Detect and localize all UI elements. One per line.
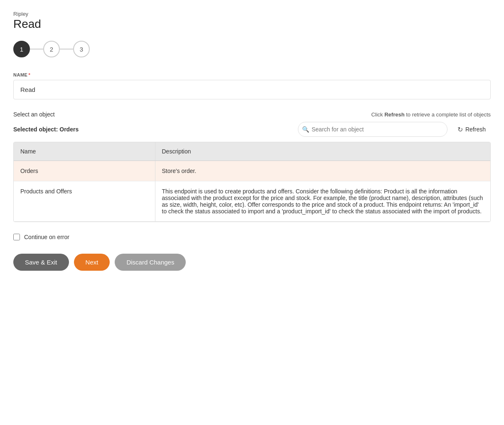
select-object-label: Select an object — [13, 111, 55, 118]
step-connector-2 — [60, 49, 73, 49]
search-input-wrapper: 🔍 — [298, 122, 447, 137]
selected-object-text: Selected object: Orders — [13, 126, 79, 133]
name-field-label: NAME* — [13, 72, 491, 77]
continue-on-error-label: Continue on error — [24, 234, 69, 240]
row-name-1: Products and Offers — [14, 181, 155, 222]
search-refresh-row: Selected object: Orders 🔍 ↻ Refresh — [13, 122, 491, 137]
table-header-row: Name Description — [14, 142, 490, 161]
column-header-description: Description — [155, 142, 490, 161]
step-2[interactable]: 2 — [43, 41, 60, 57]
refresh-hint: Click Refresh to retrieve a complete lis… — [371, 111, 491, 118]
button-row: Save & Exit Next Discard Changes — [13, 254, 491, 271]
table-container: Name Description Orders Store's order. P… — [13, 142, 491, 222]
search-input[interactable] — [298, 122, 447, 137]
save-exit-button[interactable]: Save & Exit — [13, 254, 69, 271]
page-title: Read — [13, 17, 491, 31]
table-row[interactable]: Orders Store's order. — [14, 161, 490, 181]
row-description-1: This endpoint is used to create products… — [155, 181, 490, 222]
row-name-0: Orders — [14, 161, 155, 181]
search-container: 🔍 ↻ Refresh — [298, 122, 491, 137]
refresh-icon: ↻ — [457, 126, 463, 133]
objects-table: Name Description Orders Store's order. P… — [14, 142, 490, 222]
required-indicator: * — [28, 72, 30, 77]
row-description-0: Store's order. — [155, 161, 490, 181]
discard-changes-button[interactable]: Discard Changes — [115, 254, 186, 271]
step-1[interactable]: 1 — [13, 41, 30, 57]
next-button[interactable]: Next — [74, 254, 110, 271]
name-input[interactable] — [13, 80, 491, 99]
checkbox-row: Continue on error — [13, 234, 491, 240]
table-row[interactable]: Products and Offers This endpoint is use… — [14, 181, 490, 222]
step-3[interactable]: 3 — [73, 41, 90, 57]
step-connector-1 — [30, 49, 43, 49]
section-header: Select an object Click Refresh to retrie… — [13, 111, 491, 118]
search-icon: 🔍 — [302, 126, 309, 133]
stepper: 1 2 3 — [13, 41, 491, 57]
page-container: Ripley Read 1 2 3 NAME* Select an object… — [0, 0, 504, 425]
breadcrumb[interactable]: Ripley — [13, 11, 28, 17]
column-header-name: Name — [14, 142, 155, 161]
refresh-button[interactable]: ↻ Refresh — [452, 122, 491, 137]
continue-on-error-checkbox[interactable] — [13, 234, 20, 240]
